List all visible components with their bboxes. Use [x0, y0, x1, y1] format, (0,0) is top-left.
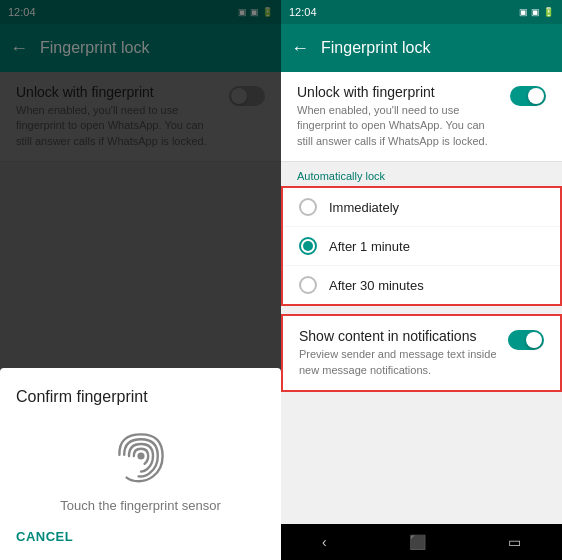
notif-text: Show content in notifications Preview se…: [299, 328, 500, 378]
right-back-button[interactable]: ←: [291, 38, 309, 59]
notif-desc: Preview sender and message text inside n…: [299, 347, 500, 378]
fingerprint-icon: [111, 426, 171, 486]
right-content: Unlock with fingerprint When enabled, yo…: [281, 72, 562, 524]
svg-point-0: [138, 454, 143, 459]
notif-setting-item: Show content in notifications Preview se…: [283, 316, 560, 390]
radio-circle-30minutes: [299, 276, 317, 294]
right-unlock-desc: When enabled, you'll need to use fingerp…: [297, 103, 502, 149]
auto-lock-section: Immediately After 1 minute After 30 minu…: [281, 186, 562, 306]
right-status-icons: ▣ ▣ 🔋: [519, 7, 554, 17]
right-signal-icon: ▣: [519, 7, 528, 17]
notifications-section: Show content in notifications Preview se…: [281, 314, 562, 392]
radio-circle-1minute: [299, 237, 317, 255]
notif-toggle-knob: [526, 332, 542, 348]
radio-circle-immediately: [299, 198, 317, 216]
right-wifi-icon: ▣: [531, 7, 540, 17]
right-unlock-title: Unlock with fingerprint: [297, 84, 502, 100]
right-unlock-text: Unlock with fingerprint When enabled, yo…: [297, 84, 502, 149]
right-unlock-setting: Unlock with fingerprint When enabled, yo…: [281, 72, 562, 162]
notif-title: Show content in notifications: [299, 328, 500, 344]
right-time: 12:04: [289, 6, 317, 18]
radio-1minute[interactable]: After 1 minute: [283, 226, 560, 265]
radio-30minutes[interactable]: After 30 minutes: [283, 265, 560, 304]
right-status-bar: 12:04 ▣ ▣ 🔋: [281, 0, 562, 24]
right-unlock-toggle[interactable]: [510, 86, 546, 106]
notif-toggle[interactable]: [508, 330, 544, 350]
right-battery-icon: 🔋: [543, 7, 554, 17]
dialog-cancel-button[interactable]: CANCEL: [16, 529, 265, 544]
right-recents-nav[interactable]: ▭: [508, 534, 521, 550]
right-screen: 12:04 ▣ ▣ 🔋 ← Fingerprint lock Unlock wi…: [281, 0, 562, 560]
dialog-overlay: Confirm fingerprint: [0, 0, 281, 560]
right-toolbar-title: Fingerprint lock: [321, 39, 430, 57]
radio-label-30minutes: After 30 minutes: [329, 278, 424, 293]
right-toggle-knob: [528, 88, 544, 104]
right-nav-bar: ‹ ⬛ ▭: [281, 524, 562, 560]
auto-lock-label: Automatically lock: [281, 162, 562, 186]
confirm-fingerprint-dialog: Confirm fingerprint: [0, 368, 281, 560]
dialog-hint: Touch the fingerprint sensor: [16, 498, 265, 513]
radio-label-1minute: After 1 minute: [329, 239, 410, 254]
dialog-title: Confirm fingerprint: [16, 388, 265, 406]
left-screen: 12:04 ▣ ▣ 🔋 ← Fingerprint lock Unlock wi…: [0, 0, 281, 560]
right-toolbar: ← Fingerprint lock: [281, 24, 562, 72]
radio-immediately[interactable]: Immediately: [283, 188, 560, 226]
radio-dot-1minute: [303, 241, 313, 251]
right-back-nav[interactable]: ‹: [322, 534, 327, 550]
fingerprint-icon-area: [16, 426, 265, 486]
right-home-nav[interactable]: ⬛: [409, 534, 426, 550]
radio-label-immediately: Immediately: [329, 200, 399, 215]
